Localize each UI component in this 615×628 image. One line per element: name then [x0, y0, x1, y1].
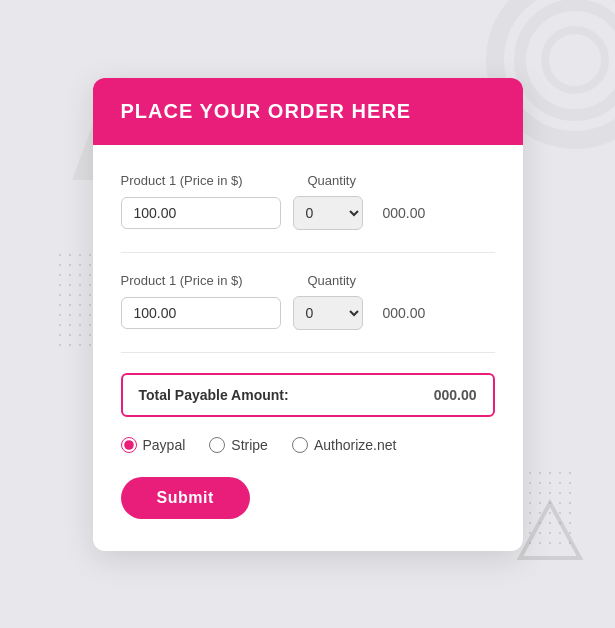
svg-point-2: [545, 30, 605, 90]
product1-price-input[interactable]: [121, 197, 281, 229]
paypal-label: Paypal: [143, 437, 186, 453]
payment-options: Paypal Stripe Authorize.net: [121, 437, 495, 453]
product2-row-total: 000.00: [383, 305, 426, 321]
authorize-radio[interactable]: [292, 437, 308, 453]
product1-labels: Product 1 (Price in $) Quantity: [121, 173, 495, 188]
product1-inputs: 0 1 2 3 4 5 000.00: [121, 196, 495, 230]
total-label: Total Payable Amount:: [139, 387, 289, 403]
card-body: Product 1 (Price in $) Quantity 0 1 2 3 …: [93, 145, 523, 551]
divider2: [121, 352, 495, 353]
svg-point-1: [520, 5, 615, 115]
payment-option-authorize[interactable]: Authorize.net: [292, 437, 397, 453]
total-row: Total Payable Amount: 000.00: [121, 373, 495, 417]
page-title: PLACE YOUR ORDER HERE: [121, 100, 495, 123]
payment-option-paypal[interactable]: Paypal: [121, 437, 186, 453]
divider1: [121, 252, 495, 253]
product2-quantity-select[interactable]: 0 1 2 3 4 5: [293, 296, 363, 330]
submit-button[interactable]: Submit: [121, 477, 250, 519]
card-header: PLACE YOUR ORDER HERE: [93, 78, 523, 145]
paypal-radio[interactable]: [121, 437, 137, 453]
product1-quantity-label: Quantity: [308, 173, 356, 188]
payment-option-stripe[interactable]: Stripe: [209, 437, 268, 453]
product2-inputs: 0 1 2 3 4 5 000.00: [121, 296, 495, 330]
product1-label: Product 1 (Price in $): [121, 173, 296, 188]
product2-labels: Product 1 (Price in $) Quantity: [121, 273, 495, 288]
product2-row: Product 1 (Price in $) Quantity 0 1 2 3 …: [121, 273, 495, 330]
total-value: 000.00: [434, 387, 477, 403]
order-card: PLACE YOUR ORDER HERE Product 1 (Price i…: [93, 78, 523, 551]
product2-price-input[interactable]: [121, 297, 281, 329]
stripe-radio[interactable]: [209, 437, 225, 453]
product1-row: Product 1 (Price in $) Quantity 0 1 2 3 …: [121, 173, 495, 230]
product2-label: Product 1 (Price in $): [121, 273, 296, 288]
product1-row-total: 000.00: [383, 205, 426, 221]
authorize-label: Authorize.net: [314, 437, 397, 453]
product2-quantity-label: Quantity: [308, 273, 356, 288]
product1-quantity-select[interactable]: 0 1 2 3 4 5: [293, 196, 363, 230]
stripe-label: Stripe: [231, 437, 268, 453]
